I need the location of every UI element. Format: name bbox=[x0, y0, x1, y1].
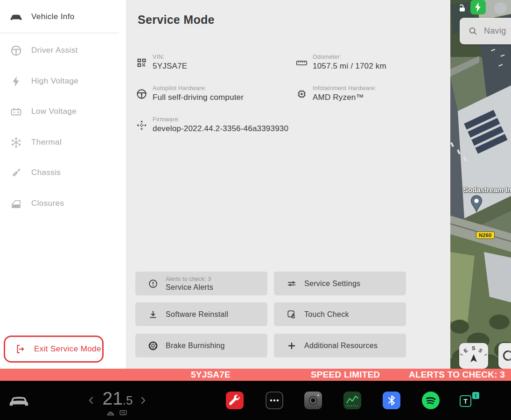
sidebar-item-thermal[interactable]: Thermal bbox=[0, 132, 125, 153]
sidebar-item-label: Vehicle Info bbox=[31, 12, 75, 21]
compass-letter: S bbox=[472, 345, 475, 351]
lightning-icon bbox=[10, 75, 22, 88]
field-label: VIN: bbox=[153, 54, 187, 60]
sidebar-item-label: Chassis bbox=[31, 168, 61, 177]
button-label: Touch Check bbox=[304, 310, 349, 319]
map-pin-icon[interactable] bbox=[470, 195, 483, 213]
sidebar-item-label: Driver Assist bbox=[31, 46, 78, 55]
driver-profile-icon[interactable] bbox=[494, 2, 507, 14]
touch-check-button[interactable]: Touch Check bbox=[274, 302, 406, 326]
temperature-decimal: .5 bbox=[123, 393, 133, 407]
odometer-field: Odometer: 1057.5 mi / 1702 km bbox=[296, 54, 386, 71]
temperature-value: 21 bbox=[102, 388, 122, 408]
bluetooth-app-icon[interactable] bbox=[383, 392, 400, 409]
road-badge: N260 bbox=[476, 231, 495, 239]
unlock-icon[interactable] bbox=[456, 3, 466, 13]
field-label: Odometer: bbox=[313, 54, 386, 60]
dashcam-app-icon[interactable] bbox=[304, 392, 322, 409]
sidebar-item-low-voltage[interactable]: Low Voltage bbox=[0, 101, 125, 122]
rear-defrost-icon[interactable] bbox=[119, 409, 127, 416]
temp-decrease-chevron[interactable] bbox=[88, 395, 94, 406]
sidebar-item-driver-assist[interactable]: Driver Assist bbox=[0, 40, 125, 61]
chip-icon bbox=[296, 88, 308, 100]
exit-button-label: Exit Service Mode bbox=[34, 344, 101, 354]
defrost-controls bbox=[106, 409, 127, 416]
page-title: Service Mode bbox=[138, 13, 215, 27]
energy-app-icon[interactable] bbox=[343, 392, 361, 409]
search-icon bbox=[468, 26, 478, 36]
exit-icon bbox=[14, 343, 26, 355]
toolbox-i-icon: I bbox=[472, 392, 479, 399]
front-defrost-icon[interactable] bbox=[106, 409, 115, 416]
service-app-icon[interactable] bbox=[226, 392, 244, 409]
toolbox-t-icon: T bbox=[460, 395, 471, 407]
satellite-map-image bbox=[450, 0, 511, 369]
compass-letter: S bbox=[477, 347, 483, 354]
shock-absorber-icon bbox=[10, 167, 22, 179]
search-placeholder: Navig bbox=[484, 26, 506, 36]
sidebar-item-label: Low Voltage bbox=[31, 107, 77, 116]
compass-control[interactable]: E S S bbox=[459, 343, 488, 369]
sidebar-item-closures[interactable]: Closures bbox=[0, 193, 125, 214]
spotify-app-icon[interactable] bbox=[422, 392, 440, 409]
temp-increase-chevron[interactable] bbox=[140, 395, 147, 406]
plus-icon bbox=[287, 341, 297, 351]
sidebar-item-label: Closures bbox=[31, 199, 64, 208]
status-alerts-count: ALERTS TO CHECK: 3 bbox=[409, 370, 505, 380]
steering-wheel-icon bbox=[10, 44, 22, 57]
sidebar-item-vehicle-info[interactable]: Vehicle Info bbox=[0, 7, 125, 27]
additional-resources-button[interactable]: Additional Resources bbox=[274, 334, 406, 357]
vehicle-controls-icon[interactable] bbox=[8, 393, 29, 407]
qr-code-icon bbox=[136, 57, 147, 69]
temperature-control[interactable]: 21.5 bbox=[96, 388, 139, 409]
sliders-icon bbox=[287, 279, 297, 289]
exit-service-mode-button[interactable]: Exit Service Mode bbox=[4, 336, 104, 363]
map-panel[interactable]: Navig Sodastream In N260 E S S bbox=[450, 0, 511, 369]
field-value: 5YJSA7E bbox=[153, 62, 187, 71]
app-launcher-icon[interactable] bbox=[266, 392, 283, 409]
alert-circle-icon bbox=[148, 279, 158, 289]
sidebar-item-chassis[interactable]: Chassis bbox=[0, 162, 125, 183]
navigate-search-input[interactable]: Navig bbox=[460, 18, 511, 44]
service-alerts-button[interactable]: Alerts to check: 3 Service Alerts bbox=[135, 272, 267, 295]
steering-wheel-icon bbox=[136, 88, 147, 100]
field-value: AMD Ryzen™ bbox=[313, 93, 377, 102]
service-status-bar: 5YJSA7E SPEED LIMITED ALERTS TO CHECK: 3 bbox=[0, 369, 511, 381]
main-panel: Service Mode VIN: 5YJSA7E Odometer: 1057… bbox=[126, 0, 450, 369]
bottom-dock: 21.5 T bbox=[0, 381, 511, 420]
button-label: Brake Burnishing bbox=[166, 342, 225, 350]
field-label: Infotainment Hardware: bbox=[313, 85, 377, 91]
brake-disc-icon bbox=[148, 341, 158, 351]
autopilot-hardware-field: Autopilot Hardware: Full self-driving co… bbox=[136, 85, 244, 102]
map-secondary-control[interactable] bbox=[498, 343, 511, 369]
field-value: 1057.5 mi / 1702 km bbox=[313, 62, 386, 71]
infotainment-hardware-field: Infotainment Hardware: AMD Ryzen™ bbox=[296, 85, 377, 102]
vin-field: VIN: 5YJSA7E bbox=[136, 54, 187, 71]
snowflake-icon bbox=[10, 136, 22, 149]
sidebar: Vehicle Info Driver Assist High Voltage … bbox=[0, 0, 126, 369]
alerts-count-label: Alerts to check: 3 bbox=[166, 276, 213, 282]
charging-status-icon[interactable] bbox=[470, 0, 486, 14]
firmware-field: Firmware: develop-2022.44.2-3356-46a3393… bbox=[136, 116, 288, 133]
field-value: develop-2022.44.2-3356-46a3393930 bbox=[153, 124, 288, 133]
touch-icon bbox=[287, 309, 297, 320]
download-icon bbox=[148, 309, 158, 320]
compass-tick bbox=[484, 354, 487, 356]
sidebar-item-label: High Voltage bbox=[31, 77, 78, 86]
button-label: Service Settings bbox=[304, 280, 360, 288]
sidebar-divider bbox=[0, 33, 119, 33]
car-door-icon bbox=[10, 197, 22, 210]
car-icon bbox=[10, 11, 22, 23]
brake-burnishing-button[interactable]: Brake Burnishing bbox=[135, 334, 267, 357]
service-mode-screen: Vehicle Info Driver Assist High Voltage … bbox=[0, 0, 511, 420]
service-settings-button[interactable]: Service Settings bbox=[274, 272, 406, 295]
sidebar-item-high-voltage[interactable]: High Voltage bbox=[0, 71, 125, 91]
ruler-icon bbox=[296, 57, 308, 69]
field-value: Full self-driving computer bbox=[153, 93, 244, 102]
toolbox-app-icon[interactable]: T I bbox=[460, 392, 481, 409]
button-label: Additional Resources bbox=[304, 342, 378, 350]
software-reinstall-button[interactable]: Software Reinstall bbox=[135, 302, 267, 326]
sidebar-item-label: Thermal bbox=[31, 138, 62, 147]
map-control-icon bbox=[502, 350, 511, 362]
status-vin: 5YJSA7E bbox=[191, 370, 231, 380]
